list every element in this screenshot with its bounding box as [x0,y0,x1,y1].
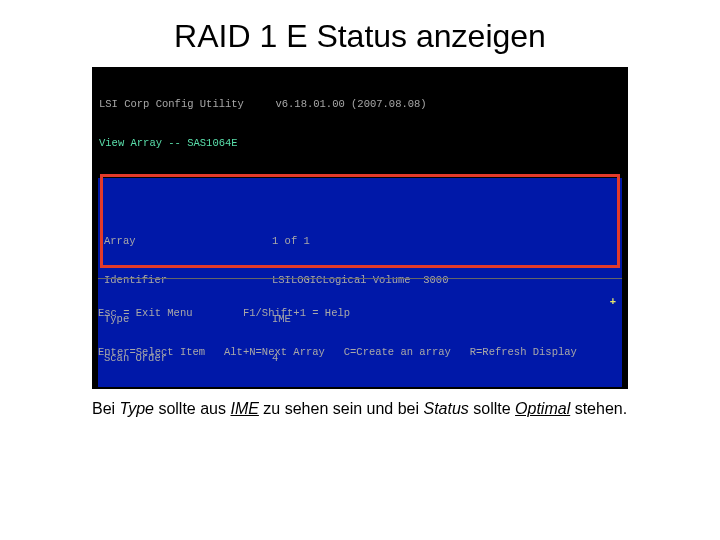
slide-title: RAID 1 E Status anzeigen [0,0,720,63]
terminal-screenshot: LSI Corp Config Utility v6.18.01.00 (200… [92,67,628,389]
footer-help: Esc = Exit Menu F1/Shift+1 = Help Enter=… [98,252,622,385]
footer-line1: Esc = Exit Menu F1/Shift+1 = Help [98,307,622,320]
label-array: Array [104,235,272,248]
util-header-line2: View Array -- SAS1064E [99,137,621,150]
caption-text: Bei Type sollte aus IME zu sehen sein un… [92,399,628,420]
util-header-line1: LSI Corp Config Utility v6.18.01.00 (200… [99,98,621,111]
value-array: 1 of 1 [272,235,310,248]
footer-line2: Enter=Select Item Alt+N=Next Array C=Cre… [98,346,622,359]
